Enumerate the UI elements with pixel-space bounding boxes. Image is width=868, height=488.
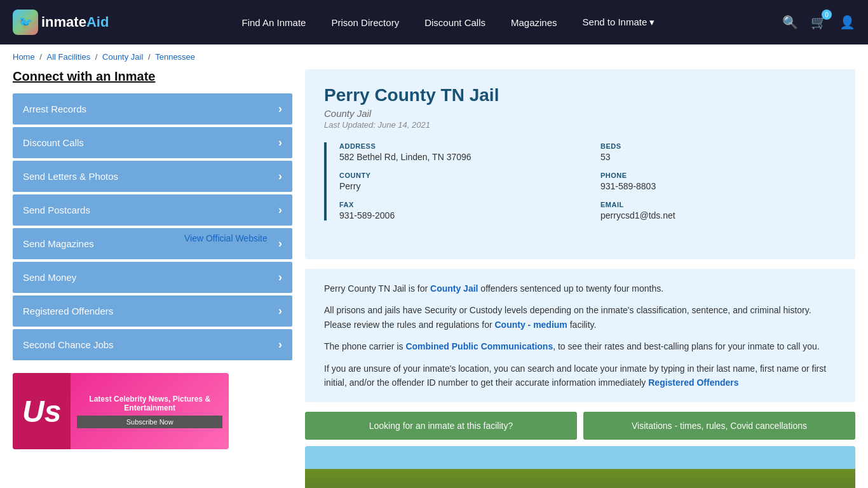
- sidebar-item-send-postcards[interactable]: Send Postcards ›: [13, 194, 292, 226]
- sidebar-item-label: Registered Offenders: [23, 306, 113, 316]
- sidebar: Connect with an Inmate Arrest Records › …: [13, 69, 292, 488]
- facility-type: County Jail: [324, 108, 836, 119]
- fax-value: 931-589-2006: [339, 210, 575, 220]
- sidebar-item-send-letters[interactable]: Send Letters & Photos ›: [13, 161, 292, 192]
- breadcrumb-home[interactable]: Home: [13, 52, 35, 62]
- breadcrumb-state[interactable]: Tennessee: [155, 52, 195, 62]
- breadcrumb: Home / All Facilities / County Jail / Te…: [0, 44, 868, 69]
- sidebar-title: Connect with an Inmate: [13, 69, 292, 84]
- main-nav: Find An Inmate Prison Directory Discount…: [133, 17, 763, 28]
- cart-icon[interactable]: 🛒 0: [811, 15, 827, 30]
- ad-subscribe-button[interactable]: Subscribe Now: [77, 416, 222, 428]
- search-icon[interactable]: 🔍: [782, 15, 798, 30]
- chevron-right-icon: ›: [278, 338, 282, 351]
- description-p1: Perry County TN Jail is for County Jail …: [324, 281, 836, 295]
- ad-content: Latest Celebrity News, Pictures & Entert…: [71, 388, 229, 435]
- header-actions: 🔍 🛒 0 👤: [782, 15, 855, 30]
- ad-headline: Latest Celebrity News, Pictures & Entert…: [77, 395, 222, 412]
- breadcrumb-all-facilities[interactable]: All Facilities: [47, 52, 91, 62]
- sidebar-item-label: Second Chance Jobs: [23, 339, 114, 350]
- facility-card: Perry County TN Jail County Jail Last Up…: [305, 69, 855, 259]
- chevron-right-icon: ›: [278, 170, 282, 183]
- chevron-right-icon: ›: [278, 102, 282, 116]
- address-value: 582 Bethel Rd, Linden, TN 37096: [339, 152, 575, 162]
- facility-name: Perry County TN Jail: [324, 85, 836, 105]
- sidebar-item-label: Send Money: [23, 272, 76, 283]
- logo-text: inmateAid: [41, 14, 109, 30]
- sidebar-item-send-money[interactable]: Send Money ›: [13, 262, 292, 293]
- sidebar-item-discount-calls[interactable]: Discount Calls ›: [13, 127, 292, 158]
- facility-last-updated: Last Updated: June 14, 2021: [324, 120, 836, 130]
- email-value: perrycsd1@tds.net: [600, 210, 836, 220]
- chevron-right-icon: ›: [278, 271, 282, 284]
- sidebar-item-arrest-records[interactable]: Arrest Records ›: [13, 93, 292, 125]
- site-header: 🐦 inmateAid Find An Inmate Prison Direct…: [0, 0, 868, 44]
- description-box: Perry County TN Jail is for County Jail …: [305, 269, 855, 402]
- sidebar-item-second-chance-jobs[interactable]: Second Chance Jobs ›: [13, 329, 292, 360]
- county-medium-link[interactable]: County - medium: [494, 320, 567, 330]
- view-website-link[interactable]: View Official Website: [184, 233, 268, 243]
- fax-label: FAX: [339, 201, 575, 208]
- main-content: Perry County TN Jail County Jail Last Up…: [305, 69, 855, 488]
- sidebar-item-label: Send Letters & Photos: [23, 171, 118, 182]
- facility-info-left: ADDRESS 582 Bethel Rd, Linden, TN 37096 …: [339, 142, 575, 220]
- combined-public-link[interactable]: Combined Public Communications: [405, 341, 553, 351]
- county-label: COUNTY: [339, 172, 575, 179]
- description-p3: The phone carrier is Combined Public Com…: [324, 339, 836, 353]
- cart-badge: 0: [822, 10, 832, 20]
- user-icon[interactable]: 👤: [839, 15, 855, 30]
- email-label: EMAIL: [600, 201, 836, 208]
- logo[interactable]: 🐦 inmateAid: [13, 10, 114, 35]
- breadcrumb-county-jail[interactable]: County Jail: [102, 52, 143, 62]
- logo-icon: 🐦: [13, 10, 38, 35]
- beds-value: 53: [600, 152, 836, 162]
- sidebar-item-label: Discount Calls: [23, 137, 84, 148]
- advertisement: Us Latest Celebrity News, Pictures & Ent…: [13, 373, 229, 449]
- find-inmate-button[interactable]: Looking for an inmate at this facility?: [305, 412, 577, 440]
- phone-value: 931-589-8803: [600, 181, 836, 191]
- chevron-right-icon: ›: [278, 136, 282, 149]
- sidebar-item-label: Send Magazines: [23, 238, 94, 249]
- county-value: Perry: [339, 181, 575, 191]
- ad-logo: Us: [13, 373, 71, 449]
- nav-magazines[interactable]: Magazines: [511, 17, 557, 28]
- sidebar-menu: Arrest Records › Discount Calls › Send L…: [13, 93, 292, 360]
- chevron-right-icon: ›: [278, 237, 282, 250]
- nav-discount-calls[interactable]: Discount Calls: [424, 17, 485, 28]
- chevron-right-icon: ›: [278, 203, 282, 217]
- aerial-image: [305, 446, 855, 488]
- visitations-button[interactable]: Visitations - times, rules, Covid cancel…: [583, 412, 855, 440]
- sidebar-item-label: Arrest Records: [23, 104, 86, 114]
- main-container: Connect with an Inmate Arrest Records › …: [0, 69, 868, 488]
- nav-find-inmate[interactable]: Find An Inmate: [242, 17, 306, 28]
- nav-send-to-inmate[interactable]: Send to Inmate ▾: [583, 17, 655, 28]
- sidebar-item-registered-offenders[interactable]: Registered Offenders ›: [13, 295, 292, 327]
- address-label: ADDRESS: [339, 142, 575, 150]
- facility-info-right: BEDS 53 PHONE 931-589-8803 EMAIL perrycs…: [600, 142, 836, 220]
- phone-label: PHONE: [600, 172, 836, 179]
- action-buttons: Looking for an inmate at this facility? …: [305, 412, 855, 440]
- registered-offenders-link[interactable]: Registered Offenders: [648, 377, 738, 388]
- nav-prison-directory[interactable]: Prison Directory: [331, 17, 399, 28]
- facility-info: ADDRESS 582 Bethel Rd, Linden, TN 37096 …: [324, 142, 836, 220]
- chevron-right-icon: ›: [278, 304, 282, 318]
- sidebar-item-label: Send Postcards: [23, 205, 90, 215]
- beds-label: BEDS: [600, 142, 836, 150]
- description-p4: If you are unsure of your inmate's locat…: [324, 362, 836, 390]
- description-p2: All prisons and jails have Security or C…: [324, 303, 836, 332]
- county-jail-link[interactable]: County Jail: [430, 283, 478, 294]
